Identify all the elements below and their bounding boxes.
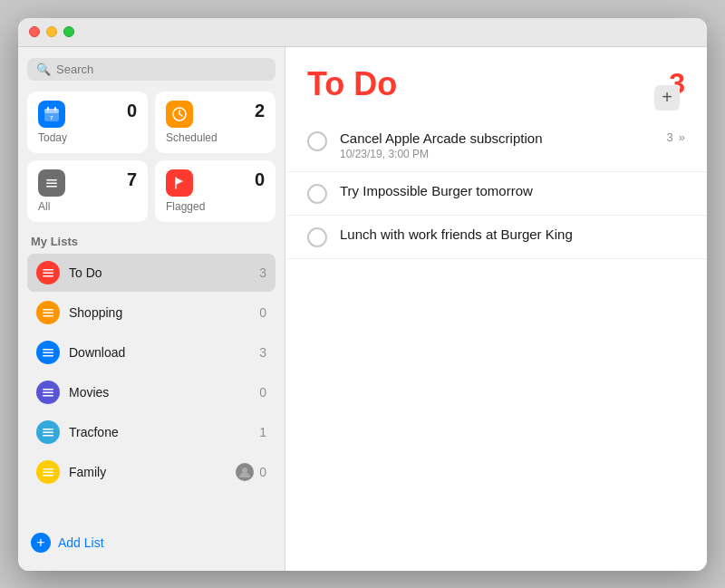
chevron-icon-1: » <box>679 130 685 144</box>
movies-list-name: Movies <box>69 385 259 400</box>
svg-rect-27 <box>43 468 53 470</box>
task-item-1[interactable]: Cancel Apple Arcade subscription 10/23/1… <box>285 120 707 172</box>
svg-rect-12 <box>43 269 53 271</box>
maximize-button[interactable] <box>63 26 74 37</box>
main-content: + To Do 3 Cancel Apple Arcade subscripti… <box>285 47 707 571</box>
today-label: Today <box>38 131 137 144</box>
add-list-label: Add List <box>58 535 104 550</box>
flagged-icon <box>166 169 193 197</box>
today-icon: 7 <box>38 101 65 128</box>
add-list-icon: + <box>31 533 51 553</box>
download-list-icon <box>36 341 60 364</box>
svg-rect-21 <box>43 389 53 390</box>
sidebar: 🔍 7 <box>18 47 285 571</box>
family-shared-avatar <box>236 463 254 481</box>
smart-list-scheduled[interactable]: 2 Scheduled <box>155 92 276 153</box>
my-lists-header: My Lists <box>27 235 276 248</box>
svg-rect-16 <box>43 312 53 313</box>
shopping-list-icon <box>36 301 60 324</box>
family-list-count: 0 <box>259 465 266 479</box>
task-title-1: Cancel Apple Arcade subscription <box>340 130 667 146</box>
svg-rect-15 <box>43 309 53 311</box>
task-list: Cancel Apple Arcade subscription 10/23/1… <box>285 112 707 571</box>
task-circle-2[interactable] <box>307 184 327 204</box>
sidebar-item-movies[interactable]: Movies 0 <box>27 373 276 411</box>
svg-rect-22 <box>43 391 53 393</box>
svg-rect-14 <box>43 275 53 277</box>
content-area: 🔍 7 <box>18 47 707 571</box>
minimize-button[interactable] <box>46 26 57 37</box>
smart-list-today[interactable]: 7 0 Today <box>27 92 148 153</box>
task-subtitle-1: 10/23/19, 3:00 PM <box>340 148 667 160</box>
task-title-3: Lunch with work friends at Burger King <box>340 227 685 242</box>
main-header: To Do 3 <box>285 47 707 112</box>
svg-rect-18 <box>43 349 53 351</box>
svg-rect-17 <box>43 315 53 317</box>
scheduled-count: 2 <box>255 101 265 121</box>
task-content-1: Cancel Apple Arcade subscription 10/23/1… <box>340 130 667 160</box>
task-badge-1: 3 <box>667 130 673 144</box>
movies-list-count: 0 <box>259 385 266 400</box>
traffic-lights <box>29 26 74 37</box>
movies-list-icon <box>36 381 60 404</box>
svg-rect-20 <box>43 355 53 357</box>
search-bar[interactable]: 🔍 <box>27 58 276 81</box>
smart-lists: 7 0 Today <box>27 92 276 222</box>
scheduled-icon <box>166 101 193 128</box>
family-list-name: Family <box>69 465 236 479</box>
close-button[interactable] <box>29 26 40 37</box>
main-title: To Do <box>307 65 397 103</box>
svg-rect-25 <box>43 431 53 433</box>
task-circle-1[interactable] <box>307 131 327 151</box>
search-input[interactable] <box>56 63 266 76</box>
svg-rect-2 <box>47 107 49 111</box>
svg-rect-1 <box>44 109 59 113</box>
download-list-name: Download <box>69 345 259 360</box>
scheduled-label: Scheduled <box>166 131 265 144</box>
svg-rect-26 <box>43 435 53 437</box>
smart-list-flagged[interactable]: 0 Flagged <box>155 160 276 222</box>
sidebar-item-shopping[interactable]: Shopping 0 <box>27 294 276 332</box>
sidebar-item-family[interactable]: Family 0 <box>27 453 276 491</box>
svg-rect-19 <box>43 352 53 353</box>
task-content-3: Lunch with work friends at Burger King <box>340 227 685 242</box>
task-item-3[interactable]: Lunch with work friends at Burger King <box>285 216 707 259</box>
svg-rect-28 <box>43 471 53 473</box>
shopping-list-name: Shopping <box>69 305 259 320</box>
svg-rect-8 <box>46 179 57 181</box>
list-items: To Do 3 Shopping 0 <box>27 254 276 525</box>
sidebar-item-download[interactable]: Download 3 <box>27 333 276 371</box>
app-window: 🔍 7 <box>18 18 707 571</box>
all-label: All <box>38 200 137 213</box>
add-list-button[interactable]: + Add List <box>27 525 276 560</box>
todo-list-count: 3 <box>259 265 266 280</box>
svg-line-7 <box>179 114 182 116</box>
task-circle-3[interactable] <box>307 227 327 247</box>
sidebar-item-tracfone[interactable]: Tracfone 1 <box>27 413 276 451</box>
search-icon: 🔍 <box>36 63 51 76</box>
tracfone-list-count: 1 <box>259 425 266 439</box>
family-list-icon <box>36 460 60 484</box>
task-meta-1: 3 » <box>667 130 685 144</box>
svg-rect-10 <box>46 186 57 188</box>
svg-rect-23 <box>43 395 53 397</box>
tracfone-list-name: Tracfone <box>69 425 259 439</box>
sidebar-item-todo[interactable]: To Do 3 <box>27 254 276 292</box>
add-task-button[interactable]: + <box>654 85 680 111</box>
svg-rect-24 <box>43 429 53 430</box>
all-icon <box>38 169 65 197</box>
flagged-count: 0 <box>255 169 265 190</box>
task-content-2: Try Impossible Burger tomorrow <box>340 183 685 198</box>
task-title-2: Try Impossible Burger tomorrow <box>340 183 685 198</box>
svg-rect-13 <box>43 272 53 274</box>
shopping-list-count: 0 <box>259 305 266 320</box>
todo-list-icon <box>36 261 60 284</box>
tracfone-list-icon <box>36 420 60 444</box>
smart-list-all[interactable]: 7 All <box>27 160 148 222</box>
svg-rect-29 <box>43 475 53 477</box>
today-count: 0 <box>127 101 137 121</box>
task-item-2[interactable]: Try Impossible Burger tomorrow <box>285 172 707 216</box>
flagged-label: Flagged <box>166 200 265 213</box>
todo-list-name: To Do <box>69 265 259 280</box>
svg-rect-3 <box>54 107 56 111</box>
